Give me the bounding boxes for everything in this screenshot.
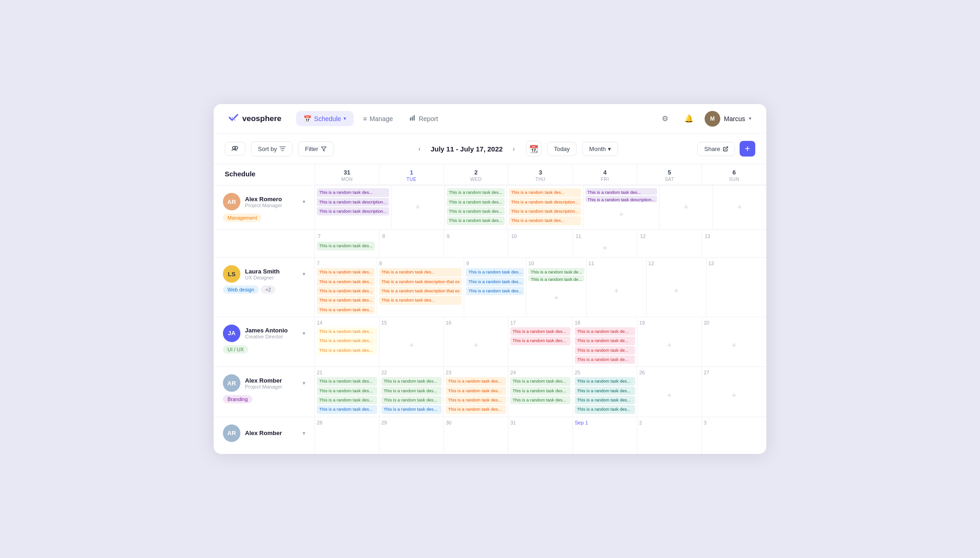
- week2-mon7-alex: 7 This is a random task des...: [315, 230, 379, 257]
- task-chip[interactable]: This is a random task des...: [381, 405, 442, 413]
- task-chip[interactable]: This is a random task des...: [585, 188, 658, 195]
- task-chip[interactable]: This is a random task des...: [509, 216, 581, 225]
- task-chip[interactable]: This is a random task des...: [466, 268, 524, 276]
- share-button[interactable]: Share: [697, 142, 735, 156]
- cell-laura-mon7: 7 This is a random task des... This is a…: [315, 258, 377, 317]
- cell-james-14: 14 This is a random task des... This is …: [315, 317, 379, 366]
- toggle-james[interactable]: ▾: [303, 330, 305, 337]
- task-chip[interactable]: This is a random task des...: [381, 387, 442, 395]
- task-chip[interactable]: This is a random task des...: [381, 396, 442, 404]
- week2-sun13-alex: 13: [702, 230, 766, 257]
- task-chip[interactable]: This is a random task des...: [317, 396, 377, 404]
- nav-schedule[interactable]: 📅 Schedule ▾: [296, 111, 354, 126]
- task-chip[interactable]: This is a random task des...: [510, 327, 571, 336]
- add-task-sun6[interactable]: +: [715, 188, 764, 227]
- task-chip[interactable]: This is a random task des...: [317, 296, 375, 304]
- task-chip[interactable]: This is a random task de...: [575, 337, 635, 345]
- nav-manage[interactable]: ≡ Manage: [356, 111, 400, 126]
- task-chip[interactable]: This is a random task de...: [528, 268, 584, 274]
- toggle-laura[interactable]: ▾: [303, 271, 305, 277]
- calendar-alex-romber2: 28 29 30 31 Sep 1 2: [315, 417, 766, 454]
- task-chip[interactable]: This is a random task description...: [509, 207, 581, 215]
- task-chip[interactable]: This is a random task des...: [510, 396, 571, 404]
- task-chip[interactable]: This is a random task des...: [317, 327, 377, 336]
- day-header-1: 1 TUE: [379, 164, 444, 185]
- task-chip[interactable]: This is a random task des...: [575, 387, 635, 395]
- task-chip[interactable]: This is a random task de...: [528, 275, 584, 281]
- sort-button[interactable]: Sort by: [251, 141, 292, 157]
- task-chip[interactable]: This is a random task description...: [317, 207, 389, 215]
- task-chip[interactable]: This is a random task des...: [317, 242, 375, 250]
- calendar-header-row: Schedule 31 MON 1 TUE 2 WED: [214, 164, 766, 186]
- main-content: Schedule 31 MON 1 TUE 2 WED: [214, 164, 766, 453]
- task-chip[interactable]: This is a random task des...: [317, 287, 375, 295]
- task-chip[interactable]: This is a random task des...: [317, 278, 375, 286]
- task-chip[interactable]: This is a random task des...: [509, 188, 581, 197]
- cell-james-17: 17 This is a random task des... This is …: [508, 317, 573, 366]
- filter-button[interactable]: Filter: [298, 141, 333, 157]
- task-chip[interactable]: This is a random task des...: [510, 387, 571, 395]
- task-chip[interactable]: This is a random task des...: [575, 377, 635, 385]
- settings-button[interactable]: ⚙: [657, 110, 673, 127]
- task-chip[interactable]: This is a random task des...: [575, 405, 635, 413]
- task-chip[interactable]: This is a random task des...: [466, 278, 524, 286]
- prev-date-button[interactable]: ‹: [413, 142, 426, 155]
- cell-romber2-30: 30: [444, 417, 508, 454]
- cell-romber2-28: 28: [315, 417, 379, 454]
- task-chip[interactable]: This is a random task des...: [447, 188, 505, 197]
- task-chip[interactable]: This is a random task des...: [447, 198, 505, 206]
- toggle-alex-romber[interactable]: ▾: [303, 380, 305, 386]
- toggle-alex-romber2[interactable]: ▾: [303, 430, 305, 436]
- cell-james-19: 19 +: [637, 317, 702, 366]
- task-chip[interactable]: This is a random task des...: [317, 306, 375, 314]
- task-chip[interactable]: This is a random task des...: [381, 377, 442, 385]
- task-chip[interactable]: This is a random task des...: [317, 377, 377, 385]
- task-chip[interactable]: This is a random task description that e…: [379, 278, 462, 286]
- task-chip[interactable]: This is a random task des...: [379, 268, 462, 276]
- user-menu[interactable]: M Marcus ▾: [705, 111, 752, 127]
- task-chip[interactable]: This is a random task description...: [509, 198, 581, 206]
- calendar-alex-romber: 21 This is a random task des... This is …: [315, 367, 766, 416]
- calendar-icon-button[interactable]: 📆: [526, 141, 542, 157]
- task-chip[interactable]: This is a random task de...: [575, 327, 635, 336]
- task-chip[interactable]: This is a random task description...: [585, 196, 658, 202]
- task-chip[interactable]: This is a random task des...: [446, 396, 506, 404]
- task-chip[interactable]: This is a random task des...: [317, 346, 377, 355]
- task-chip[interactable]: This is a random task des...: [446, 377, 506, 385]
- add-task-sat5[interactable]: +: [661, 188, 711, 227]
- user-name: Marcus: [724, 115, 745, 122]
- toggle-alex-romero[interactable]: ▾: [303, 198, 305, 205]
- add-task-fri4[interactable]: +: [585, 203, 658, 227]
- today-button[interactable]: Today: [547, 142, 577, 156]
- task-chip[interactable]: This is a random task des...: [317, 405, 377, 413]
- task-chip[interactable]: This is a random task des...: [317, 337, 377, 345]
- task-chip[interactable]: This is a random task des...: [447, 207, 505, 215]
- notifications-button[interactable]: 🔔: [681, 110, 697, 127]
- people-filter-button[interactable]: [225, 142, 245, 156]
- task-chip[interactable]: This is a random task des...: [575, 396, 635, 404]
- task-chip[interactable]: This is a random task des...: [317, 268, 375, 276]
- month-dropdown[interactable]: Month ▾: [582, 142, 618, 156]
- task-chip[interactable]: This is a random task de...: [575, 355, 635, 364]
- nav-report[interactable]: Report: [402, 111, 445, 126]
- next-date-button[interactable]: ›: [508, 142, 520, 155]
- task-chip[interactable]: This is a random task des...: [510, 337, 571, 345]
- task-chip[interactable]: This is a random task des...: [510, 377, 571, 385]
- task-chip[interactable]: This is a random task de...: [575, 346, 635, 355]
- cell-james-16: 16 +: [444, 317, 508, 366]
- task-chip[interactable]: This is a random task des...: [317, 387, 377, 395]
- task-chip[interactable]: This is a random task des...: [447, 216, 505, 225]
- day-header-3: 3 THU: [508, 164, 573, 185]
- task-chip[interactable]: This is a random task des...: [446, 387, 506, 395]
- task-chip[interactable]: This is a random task description that e…: [379, 287, 462, 295]
- schedule-icon: 📅: [303, 115, 311, 122]
- add-task-tue1[interactable]: +: [393, 188, 443, 227]
- person-info-alex-romero: AR Alex Romero Project Manager ▾ Managem…: [214, 186, 315, 229]
- task-chip[interactable]: This is a random task des...: [317, 188, 389, 197]
- add-button[interactable]: +: [740, 141, 755, 157]
- task-chip[interactable]: This is a random task des...: [379, 296, 462, 304]
- task-chip[interactable]: This is a random task description...: [317, 198, 389, 206]
- task-chip[interactable]: This is a random task des...: [446, 405, 506, 413]
- person-info-alex-romber2: AR Alex Romber ▾: [214, 417, 315, 454]
- task-chip[interactable]: This is a random task des...: [466, 287, 524, 295]
